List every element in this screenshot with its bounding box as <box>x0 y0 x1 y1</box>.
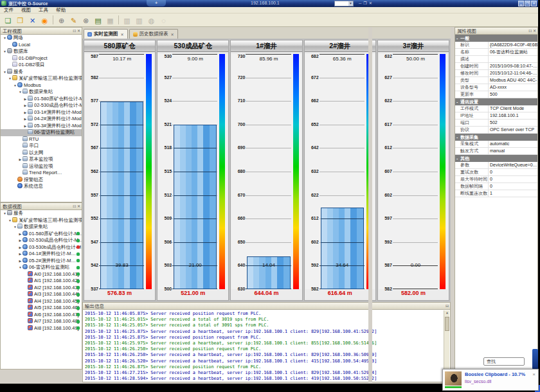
tree-item[interactable]: ▼服务 <box>1 69 82 76</box>
tree-item[interactable]: 06-雷达料位监测站 <box>1 129 82 136</box>
tree-item[interactable]: Trend Report… <box>1 170 82 177</box>
tree-item[interactable]: 串口 <box>1 143 82 150</box>
property-row[interactable]: 标识{0A6822D9-4C0F-4E6B-… <box>455 42 537 49</box>
new-config-icon[interactable]: ❏ <box>3 15 14 26</box>
tree-item[interactable]: Local <box>1 42 82 49</box>
tree-expander[interactable]: ▶ <box>23 123 28 130</box>
tab-close-icon[interactable]: ✕ <box>171 32 174 37</box>
find-input[interactable]: 查找 <box>483 357 525 366</box>
property-row[interactable]: 设备型号AD-xxxx <box>455 84 537 91</box>
output-corner-button[interactable]: ⊟ <box>446 303 449 310</box>
tree-item[interactable]: ▶05-2#溜井料位计-M… <box>1 258 82 265</box>
tree-item[interactable]: AI6 [192.168.100.47] <box>1 312 82 319</box>
property-row[interactable]: 工作模式TCP Client Mode <box>455 105 537 112</box>
tree-item[interactable]: ▶05-3#溜井料位计-Mod… <box>1 123 82 130</box>
menu-item[interactable]: 视图 <box>17 7 35 13</box>
clipboard-toast[interactable]: Booslee Clipboard - 10.7% lisv_secso.dll… <box>442 369 539 391</box>
tab-close-icon[interactable]: ✕ <box>121 32 124 37</box>
property-row[interactable]: 名称06-雷达料位监测站 <box>455 49 537 56</box>
close-icon[interactable]: ✕ <box>531 1 537 6</box>
tree-item[interactable]: AI3 [192.168.100.44] <box>1 291 82 298</box>
tree-item[interactable]: AI5 [192.168.100.46] <box>1 305 82 312</box>
form-list-icon[interactable]: ▤ <box>93 15 104 26</box>
scroll-up-icon[interactable]: ▲ <box>444 310 450 314</box>
tree-expander[interactable]: ▼ <box>18 89 22 96</box>
tree-item[interactable]: ▼Modbus <box>1 82 82 89</box>
scroll-thumb[interactable] <box>445 317 449 331</box>
tree-expander[interactable]: ▶ <box>18 258 22 265</box>
tree-item[interactable]: ▼某矿皮带输送三期-料位监测项目- <box>1 75 82 82</box>
property-row[interactable]: 采集模式automatic <box>455 141 537 148</box>
vertical-splitter[interactable] <box>368 27 372 384</box>
tree-item[interactable]: RTU <box>1 136 82 143</box>
tree-item[interactable]: ▼数据采集站 <box>1 224 82 231</box>
tree-item[interactable]: ▼某矿皮带输送三期-料位监测项目- <box>1 217 82 224</box>
delete-icon[interactable]: ✕ <box>27 15 38 26</box>
tree-item[interactable]: ▶02-530成品仓料位计-Mod… <box>1 102 82 109</box>
tree-expander[interactable]: ▼ <box>13 224 17 231</box>
remove-icon[interactable]: ⊗ <box>80 15 91 26</box>
tree-item[interactable]: ▼服务 <box>1 210 82 217</box>
session-combobox[interactable]: ▼ <box>334 1 354 6</box>
tree-item[interactable]: ▼06-雷达料位监测站 <box>1 264 82 271</box>
minimize-icon[interactable]: ▁ <box>518 1 524 6</box>
tree-item[interactable]: AI4 [192.168.100.45] <box>1 298 82 305</box>
close-icon[interactable]: × <box>532 371 536 388</box>
tree-item[interactable]: ▶基本监控项 <box>1 156 82 163</box>
tree-item[interactable]: 01-DBProject <box>1 55 82 62</box>
property-row[interactable]: IP地址192.168.100.1 <box>455 112 537 120</box>
tree-expander[interactable]: ▶ <box>23 109 28 116</box>
tree-item[interactable]: ▶04-1#溜井料位计-M… <box>1 251 82 258</box>
tree-item[interactable]: AI2 [192.168.100.43] <box>1 285 82 292</box>
property-row[interactable]: 更新率500 <box>455 91 537 98</box>
property-row[interactable]: 创建时间2015/10/09-08:10:47-… <box>455 63 537 70</box>
property-row[interactable]: 触发方式manual <box>455 148 537 155</box>
tree-expander[interactable]: ▶ <box>18 251 22 258</box>
properties-section-header[interactable]: 数据采集 <box>455 134 537 141</box>
tree-item[interactable]: ▶01-580原矿仓料位计-M… <box>1 231 82 238</box>
tree-item[interactable]: 01-DB2项目 <box>1 62 82 69</box>
tree-expander[interactable]: ▶ <box>18 156 22 163</box>
tree-item[interactable]: 系统信息 <box>1 183 82 190</box>
tree-expander[interactable]: ▶ <box>18 244 22 251</box>
tree-item[interactable]: AI7 [192.168.100.48] <box>1 318 82 325</box>
tree-item[interactable]: 运动监控项 <box>1 163 82 170</box>
tree-item[interactable]: ▶04-2#溜井料位计-Mod… <box>1 116 82 123</box>
tree-item[interactable]: AI8 [192.168.100.49] <box>1 325 82 332</box>
restore-icon[interactable]: ❐ <box>363 1 366 6</box>
tree-item[interactable]: ▶02-530成品仓料位计-M… <box>1 237 82 244</box>
tree-expander[interactable]: ▶ <box>23 102 28 109</box>
property-row[interactable]: 类型Modbus ADU 40C 44C-… <box>455 77 537 84</box>
panel-corner-buttons[interactable]: ⊡ ✕ <box>73 203 80 210</box>
menu-item[interactable]: 工具 <box>35 7 52 13</box>
properties-section-header[interactable]: 其他 <box>455 155 537 162</box>
tree-item[interactable]: ▶01-580原矿仓料位计-Mod… <box>1 96 82 103</box>
tree-item[interactable]: ▼数据采集站 <box>1 89 82 96</box>
panel-corner-buttons[interactable]: ⊡ ✕ <box>528 28 536 35</box>
tree-item[interactable]: ▼数据库 <box>1 48 82 55</box>
tree-expander[interactable]: ▼ <box>13 82 17 89</box>
tree-item[interactable]: ▼网络 <box>1 35 82 42</box>
tab-1[interactable]: 实时监测图✕ <box>84 29 128 39</box>
property-row[interactable]: 断线重连次数1 <box>455 190 537 197</box>
property-row[interactable]: 端口502 <box>455 120 537 127</box>
properties-section-header[interactable]: 通讯设置 <box>455 98 537 105</box>
tree-item[interactable]: ▶03-1#溜井料位计-Mod… <box>1 109 82 116</box>
tree-item[interactable]: AI1 [192.168.100.42] <box>1 278 82 285</box>
close-icon[interactable]: ✕ <box>369 1 372 6</box>
tree-expander[interactable]: ▶ <box>23 116 28 123</box>
property-row[interactable]: 协议OPC Server over TCP <box>455 127 537 134</box>
viewer-tab-plus[interactable]: + <box>147 0 166 6</box>
property-row[interactable]: 描述 <box>455 56 537 63</box>
side-widget-icon[interactable] <box>532 349 538 370</box>
minimize-icon[interactable]: ─ <box>359 1 361 6</box>
alarm-icon[interactable]: ◉ <box>39 15 50 26</box>
property-row[interactable]: 数据帧间隔0 <box>455 183 537 190</box>
add-icon[interactable]: ⊕ <box>56 15 67 26</box>
properties-section-header[interactable]: 一般 <box>455 35 537 42</box>
tree-expander[interactable]: ▼ <box>3 69 7 76</box>
tree-expander[interactable]: ▶ <box>18 237 22 244</box>
menu-item[interactable]: 文件 <box>0 7 17 13</box>
restore-icon[interactable]: ❐ <box>525 1 530 6</box>
property-row[interactable]: 最大等待时间0 <box>455 176 537 183</box>
